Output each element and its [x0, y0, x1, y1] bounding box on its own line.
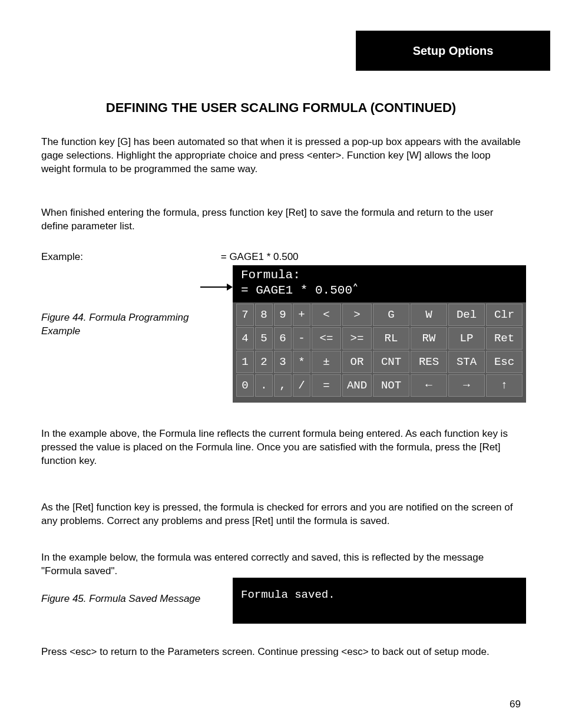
key-[interactable]: , — [274, 374, 292, 397]
key-[interactable]: + — [293, 304, 310, 326]
cursor-icon: ˄ — [352, 284, 359, 297]
key-[interactable]: * — [293, 351, 310, 373]
key-[interactable]: >= — [342, 327, 372, 350]
key-rw[interactable]: RW — [411, 327, 447, 350]
key-[interactable]: → — [448, 374, 485, 397]
key-rl[interactable]: RL — [373, 327, 409, 350]
paragraph-6: In the example below, the formula was en… — [41, 551, 521, 578]
key-sta[interactable]: STA — [448, 351, 485, 373]
key-5[interactable]: 5 — [255, 327, 273, 350]
key-3[interactable]: 3 — [274, 351, 292, 373]
key-2[interactable]: 2 — [255, 351, 273, 373]
keypad-row: 123*±ORCNTRESSTAEsc — [236, 351, 523, 373]
formula-editor-screenshot: Formula: = GAGE1 * 0.500˄ 789+<>GWDelClr… — [233, 265, 526, 403]
formula-value: = GAGE1 * 0.500 — [241, 284, 352, 297]
example-line: Example: = GAGE1 * 0.500 — [41, 251, 521, 264]
key-or[interactable]: OR — [342, 351, 372, 373]
paragraph-4: In the example above, the Formula line r… — [41, 427, 521, 468]
key-ret[interactable]: Ret — [486, 327, 523, 350]
key-[interactable]: ↑ — [486, 374, 523, 397]
key-res[interactable]: RES — [411, 351, 447, 373]
formula-keypad: 789+<>GWDelClr456-<=>=RLRWLPRet123*±ORCN… — [233, 302, 526, 397]
key-and[interactable]: AND — [342, 374, 372, 397]
key-[interactable]: = — [312, 374, 341, 397]
key-6[interactable]: 6 — [274, 327, 292, 350]
formula-saved-message: Formula saved. — [241, 588, 335, 601]
page-title: DEFINING THE USER SCALING FORMULA (CONTI… — [41, 100, 521, 116]
key-g[interactable]: G — [373, 304, 409, 326]
formula-display: Formula: = GAGE1 * 0.500˄ — [233, 265, 526, 302]
key-[interactable]: < — [312, 304, 341, 326]
svg-marker-1 — [227, 284, 233, 291]
paragraph-5: As the [Ret] function key is pressed, th… — [41, 501, 521, 528]
key-7[interactable]: 7 — [236, 304, 254, 326]
key-not[interactable]: NOT — [373, 374, 409, 397]
key-w[interactable]: W — [411, 304, 447, 326]
key-4[interactable]: 4 — [236, 327, 254, 350]
paragraph-2: When finished entering the formula, pres… — [41, 206, 521, 233]
arrow-annotation — [200, 283, 233, 291]
example-label: Example: — [41, 251, 218, 264]
key-1[interactable]: 1 — [236, 351, 254, 373]
keypad-row: 789+<>GWDelClr — [236, 304, 523, 326]
key-clr[interactable]: Clr — [486, 304, 523, 326]
key-[interactable]: ± — [312, 351, 341, 373]
header-tab: Setup Options — [356, 31, 550, 71]
key-esc[interactable]: Esc — [486, 351, 523, 373]
paragraph-7: Press <esc> to return to the Parameters … — [41, 645, 521, 659]
key-[interactable]: ← — [411, 374, 447, 397]
key-[interactable]: - — [293, 327, 310, 350]
key-[interactable]: . — [255, 374, 273, 397]
key-del[interactable]: Del — [448, 304, 485, 326]
key-[interactable]: > — [342, 304, 372, 326]
key-[interactable]: <= — [312, 327, 341, 350]
key-8[interactable]: 8 — [255, 304, 273, 326]
formula-saved-screenshot: Formula saved. — [233, 578, 526, 624]
page-number: 69 — [510, 699, 521, 710]
keypad-row: 456-<=>=RLRWLPRet — [236, 327, 523, 350]
key-lp[interactable]: LP — [448, 327, 485, 350]
paragraph-1: The function key [G] has been automated … — [41, 136, 521, 176]
key-cnt[interactable]: CNT — [373, 351, 409, 373]
key-9[interactable]: 9 — [274, 304, 292, 326]
figure-45-caption: Figure 45. Formula Saved Message — [41, 592, 218, 606]
formula-label: Formula: — [241, 268, 300, 282]
figure-44-caption: Figure 44. Formula Programming Example — [41, 311, 218, 338]
keypad-row: 0.,/=ANDNOT←→↑ — [236, 374, 523, 397]
key-[interactable]: / — [293, 374, 310, 397]
key-0[interactable]: 0 — [236, 374, 254, 397]
example-text: = GAGE1 * 0.500 — [221, 251, 299, 262]
